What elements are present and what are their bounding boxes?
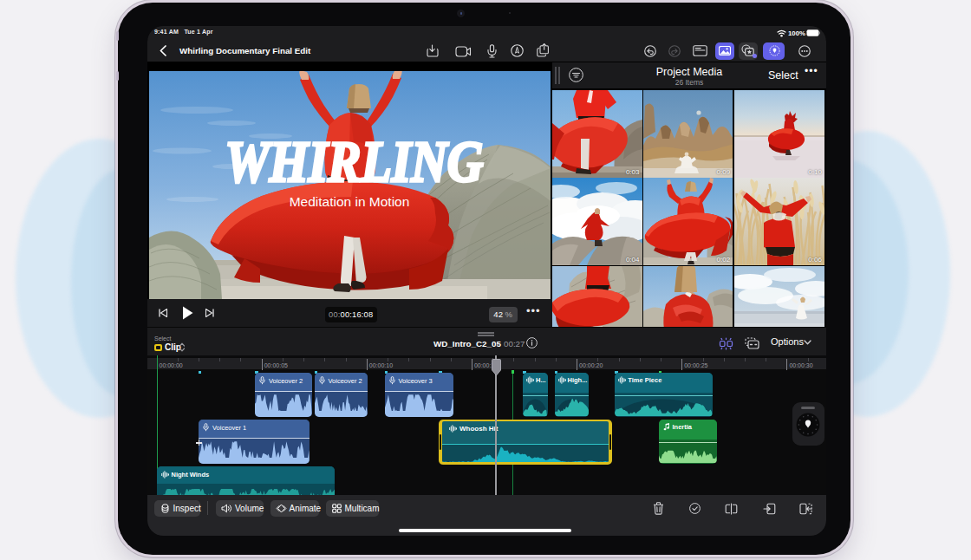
- svg-text:100%: 100%: [788, 29, 805, 37]
